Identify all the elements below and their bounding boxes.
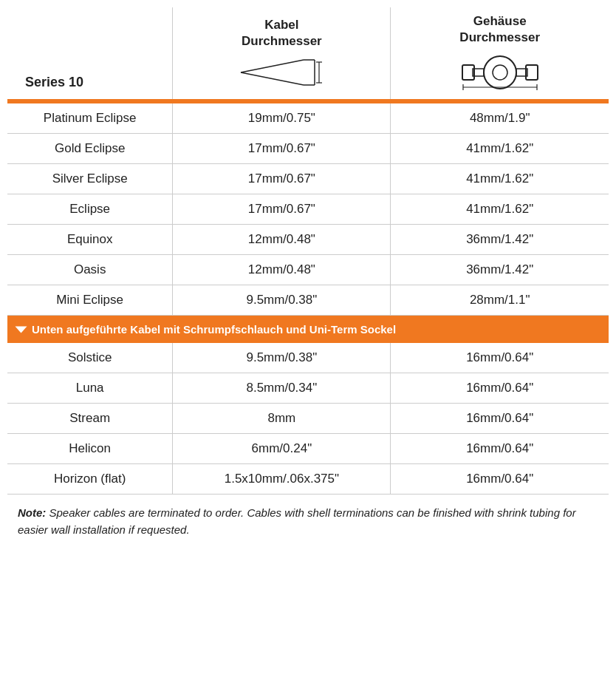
product-name: Gold Eclipse xyxy=(7,134,173,164)
table-body: Platinum Eclipse19mm/0.75"48mm/1.9"Gold … xyxy=(7,99,609,495)
section-banner: Unten aufgeführte Kabel mit Schrumpfschl… xyxy=(7,316,609,343)
cable-diagram xyxy=(233,52,329,93)
note-section: Note: Speaker cables are terminated to o… xyxy=(7,495,609,546)
kabel-value: 17mm/0.67" xyxy=(173,164,391,194)
gehause-value: 28mm/1.1" xyxy=(391,285,609,316)
product-name: Mini Eclipse xyxy=(7,285,173,316)
kabel-value: 9.5mm/0.38" xyxy=(173,343,391,373)
kabel-value: 8.5mm/0.34" xyxy=(173,373,391,404)
table-row: Stream8mm16mm/0.64" xyxy=(7,404,609,434)
gehause-value: 16mm/0.64" xyxy=(391,464,609,495)
kabel-header: Kabel Durchmesser xyxy=(180,17,383,50)
kabel-value: 17mm/0.67" xyxy=(173,194,391,225)
table-row: Equinox12mm/0.48"36mm/1.42" xyxy=(7,225,609,255)
kabel-value: 8mm xyxy=(173,404,391,434)
banner-row: Unten aufgeführte Kabel mit Schrumpfschl… xyxy=(7,316,609,344)
gehause-value: 36mm/1.42" xyxy=(391,225,609,255)
table-row: Silver Eclipse17mm/0.67"41mm/1.62" xyxy=(7,164,609,194)
table-row: Mini Eclipse9.5mm/0.38"28mm/1.1" xyxy=(7,285,609,316)
kabel-value: 12mm/0.48" xyxy=(173,225,391,255)
svg-point-8 xyxy=(484,56,516,89)
triangle-icon xyxy=(16,326,27,333)
kabel-value: 9.5mm/0.38" xyxy=(173,285,391,316)
gehause-value: 41mm/1.62" xyxy=(391,194,609,225)
spec-table: Series 10 Kabel Durchmesser xyxy=(7,7,609,495)
housing-diagram xyxy=(459,49,541,93)
note-text: Speaker cables are terminated to order. … xyxy=(18,506,576,536)
table-row: Helicon6mm/0.24"16mm/0.64" xyxy=(7,434,609,464)
gehause-value: 41mm/1.62" xyxy=(391,134,609,164)
main-container: Series 10 Kabel Durchmesser xyxy=(7,7,609,546)
product-name: Solstice xyxy=(7,343,173,373)
gehause-value: 48mm/1.9" xyxy=(391,103,609,134)
kabel-value: 6mm/0.24" xyxy=(173,434,391,464)
gehause-value: 16mm/0.64" xyxy=(391,343,609,373)
product-name: Helicon xyxy=(7,434,173,464)
gehause-value: 16mm/0.64" xyxy=(391,373,609,404)
product-name: Luna xyxy=(7,373,173,404)
gehause-value: 16mm/0.64" xyxy=(391,434,609,464)
kabel-value: 1.5x10mm/.06x.375" xyxy=(173,464,391,495)
product-name: Platinum Eclipse xyxy=(7,103,173,134)
product-name: Oasis xyxy=(7,255,173,285)
table-row: Platinum Eclipse19mm/0.75"48mm/1.9" xyxy=(7,103,609,134)
series-label-cell: Series 10 xyxy=(7,7,173,99)
product-name: Silver Eclipse xyxy=(7,164,173,194)
product-name: Stream xyxy=(7,404,173,434)
svg-line-1 xyxy=(241,72,304,85)
gehause-value: 16mm/0.64" xyxy=(391,404,609,434)
series-label: Series 10 xyxy=(15,69,165,96)
svg-line-0 xyxy=(241,60,304,72)
table-row: Luna8.5mm/0.34"16mm/0.64" xyxy=(7,373,609,404)
table-row: Solstice9.5mm/0.38"16mm/0.64" xyxy=(7,343,609,373)
product-name: Eclipse xyxy=(7,194,173,225)
table-row: Horizon (flat)1.5x10mm/.06x.375"16mm/0.6… xyxy=(7,464,609,495)
gehause-header: Gehäuse Durchmesser xyxy=(398,13,601,46)
table-row: Oasis12mm/0.48"36mm/1.42" xyxy=(7,255,609,285)
kabel-value: 12mm/0.48" xyxy=(173,255,391,285)
kabel-value: 17mm/0.67" xyxy=(173,134,391,164)
banner-text: Unten aufgeführte Kabel mit Schrumpfschl… xyxy=(32,323,396,336)
gehause-value: 41mm/1.62" xyxy=(391,164,609,194)
note-label: Note: xyxy=(18,506,46,519)
table-header: Series 10 Kabel Durchmesser xyxy=(7,7,609,99)
gehause-header-cell: Gehäuse Durchmesser xyxy=(391,7,609,99)
svg-point-9 xyxy=(493,65,507,80)
table-row: Eclipse17mm/0.67"41mm/1.62" xyxy=(7,194,609,225)
product-name: Equinox xyxy=(7,225,173,255)
product-name: Horizon (flat) xyxy=(7,464,173,495)
kabel-value: 19mm/0.75" xyxy=(173,103,391,134)
gehause-value: 36mm/1.42" xyxy=(391,255,609,285)
table-row: Gold Eclipse17mm/0.67"41mm/1.62" xyxy=(7,134,609,164)
kabel-header-cell: Kabel Durchmesser xyxy=(173,7,391,99)
